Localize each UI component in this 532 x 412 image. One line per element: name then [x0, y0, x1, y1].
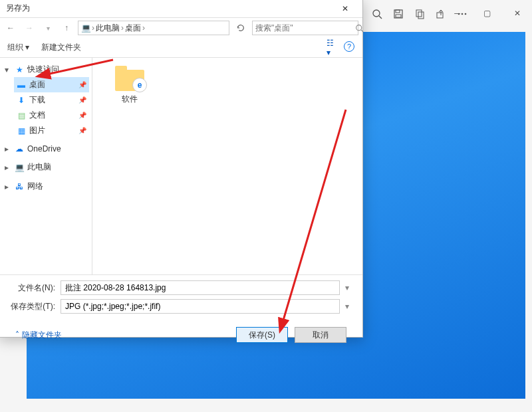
- bottom-fields: 文件名(N): ▾ 保存类型(T): JPG (*.jpg;*.jpeg;*.j…: [0, 274, 362, 347]
- pin-icon: 📌: [78, 96, 86, 104]
- network-icon: 🖧: [15, 182, 24, 191]
- svg-rect-5: [416, 10, 422, 17]
- dropdown-icon[interactable]: ▾: [345, 283, 354, 292]
- pictures-icon: ▦: [17, 126, 26, 136]
- expander-icon[interactable]: ▸: [5, 144, 11, 154]
- viewer-toolbar: [367, 4, 472, 24]
- hide-folders-label: 隐藏文件夹: [22, 330, 62, 341]
- pin-icon: 📌: [78, 127, 86, 134]
- new-folder-button[interactable]: 新建文件夹: [41, 42, 81, 53]
- filename-row: 文件名(N): ▾: [7, 280, 354, 295]
- save-icon[interactable]: [388, 4, 408, 24]
- filename-field[interactable]: [61, 280, 340, 295]
- body-area: ▾ ★ 快速访问 ▬ 桌面 📌 ⬇ 下载 📌: [0, 58, 362, 274]
- recent-dropdown[interactable]: ▾: [41, 21, 55, 35]
- help-button[interactable]: ?: [344, 41, 354, 52]
- downloads-icon: ⬇: [17, 96, 26, 105]
- search-box[interactable]: [252, 21, 358, 35]
- copy-icon[interactable]: [410, 4, 430, 24]
- filename-label: 文件名(N):: [7, 282, 55, 294]
- hide-folders-link[interactable]: ˄ 隐藏文件夹: [15, 330, 62, 341]
- filename-input[interactable]: [65, 283, 335, 292]
- dialog-titlebar: 另存为 ✕: [0, 0, 362, 18]
- breadcrumb[interactable]: 💻 › 此电脑 › 桌面 ›: [78, 21, 229, 35]
- svg-point-8: [458, 13, 460, 15]
- maximize-button[interactable]: ▢: [472, 3, 502, 23]
- folder-item[interactable]: e 软件: [103, 64, 156, 105]
- tree-item-downloads[interactable]: ⬇ 下载 📌: [14, 92, 89, 108]
- share-icon[interactable]: [431, 4, 451, 24]
- pin-icon: 📌: [78, 81, 86, 88]
- svg-rect-3: [396, 10, 400, 13]
- file-pane[interactable]: e 软件: [92, 58, 362, 274]
- documents-icon: ▤: [17, 111, 26, 120]
- close-button[interactable]: ✕: [332, 1, 358, 16]
- svg-rect-7: [437, 13, 443, 18]
- crumb-desktop[interactable]: 桌面: [125, 23, 141, 34]
- star-icon: ★: [15, 65, 24, 74]
- tree-label: 快速访问: [27, 64, 59, 75]
- tree-label: 此电脑: [27, 161, 51, 173]
- viewer-close-button[interactable]: ✕: [502, 3, 532, 23]
- svg-line-12: [361, 29, 363, 31]
- crumb-this-pc[interactable]: 此电脑: [96, 23, 120, 34]
- refresh-button[interactable]: [233, 21, 248, 35]
- save-as-dialog: 另存为 ✕ ← → ▾ ↑ 💻 › 此电脑 › 桌面 › 组织 ▾ 新建文件夹 …: [0, 0, 363, 338]
- filetype-value: JPG (*.jpg;*.jpeg;*.jpe;*.jfif): [65, 302, 160, 311]
- pc-icon: 💻: [15, 163, 24, 172]
- tree-label: 网络: [27, 181, 43, 192]
- tree-item-desktop[interactable]: ▬ 桌面 📌: [14, 77, 89, 92]
- filetype-label: 保存类型(T):: [7, 301, 55, 312]
- dialog-footer: ˄ 隐藏文件夹 保存(S) 取消: [7, 327, 354, 343]
- tree-label: 桌面: [29, 79, 45, 90]
- folder-label: 软件: [122, 94, 138, 105]
- desktop-icon: ▬: [17, 80, 26, 90]
- filetype-field[interactable]: JPG (*.jpg;*.jpeg;*.jpe;*.jfif): [61, 299, 340, 314]
- search-input[interactable]: [255, 23, 355, 33]
- cancel-button[interactable]: 取消: [295, 327, 346, 343]
- dialog-title: 另存为: [6, 3, 30, 14]
- search-icon[interactable]: [355, 24, 364, 33]
- pc-icon: 💻: [81, 23, 90, 33]
- tree-item-documents[interactable]: ▤ 文档 📌: [14, 108, 89, 123]
- tree-label: 图片: [29, 125, 45, 136]
- svg-point-11: [356, 25, 362, 30]
- view-options-button[interactable]: ☷ ▾: [327, 41, 340, 54]
- tree-label: OneDrive: [27, 144, 61, 154]
- tree-label: 文档: [29, 110, 45, 121]
- expander-icon[interactable]: ▾: [5, 65, 11, 74]
- svg-point-9: [462, 13, 464, 15]
- toolbar-row: 组织 ▾ 新建文件夹 ☷ ▾ ?: [0, 38, 362, 58]
- folder-icon: e: [114, 64, 146, 91]
- zoom-icon[interactable]: [367, 4, 387, 24]
- nav-row: ← → ▾ ↑ 💻 › 此电脑 › 桌面 ›: [0, 18, 362, 38]
- cloud-icon: ☁: [15, 144, 24, 154]
- pin-icon: 📌: [78, 112, 86, 119]
- svg-point-0: [373, 10, 380, 17]
- back-button[interactable]: ←: [3, 21, 18, 35]
- organize-button[interactable]: 组织 ▾: [7, 42, 29, 53]
- svg-line-1: [379, 16, 382, 19]
- expander-icon[interactable]: ▸: [5, 163, 11, 172]
- tree-quick-access[interactable]: ▾ ★ 快速访问: [2, 62, 89, 77]
- edge-badge-icon: e: [132, 78, 147, 92]
- dropdown-icon[interactable]: ▾: [345, 302, 354, 311]
- save-button[interactable]: 保存(S): [236, 327, 288, 343]
- filetype-row: 保存类型(T): JPG (*.jpg;*.jpeg;*.jpe;*.jfif)…: [7, 299, 354, 314]
- tree-this-pc[interactable]: ▸ 💻 此电脑: [2, 159, 89, 175]
- tree-item-pictures[interactable]: ▦ 图片 📌: [14, 123, 89, 138]
- tree-label: 下载: [29, 94, 45, 106]
- up-button[interactable]: ↑: [59, 21, 74, 35]
- tree-onedrive[interactable]: ▸ ☁ OneDrive: [2, 142, 89, 155]
- svg-point-10: [465, 13, 467, 15]
- svg-rect-6: [418, 12, 424, 19]
- forward-button[interactable]: →: [22, 21, 37, 35]
- more-icon[interactable]: [452, 4, 472, 24]
- nav-tree: ▾ ★ 快速访问 ▬ 桌面 📌 ⬇ 下载 📌: [0, 58, 92, 274]
- chevron-up-icon: ˄: [15, 330, 19, 340]
- tree-network[interactable]: ▸ 🖧 网络: [2, 179, 89, 194]
- expander-icon[interactable]: ▸: [5, 182, 11, 191]
- svg-rect-4: [396, 15, 401, 17]
